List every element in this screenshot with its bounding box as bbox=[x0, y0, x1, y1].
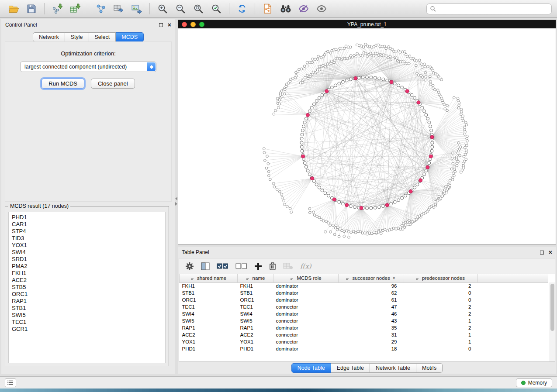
cell-successor-nodes[interactable]: 29 bbox=[339, 338, 403, 345]
cell-empty[interactable] bbox=[477, 331, 548, 338]
mcds-result-item[interactable]: FKH1 bbox=[12, 270, 165, 277]
cell-shared-name[interactable]: FKH1 bbox=[180, 282, 238, 289]
mcds-result-item[interactable]: STB1 bbox=[12, 305, 165, 312]
column-header-successor-nodes[interactable]: successor nodes▼ bbox=[339, 274, 403, 282]
run-mcds-button[interactable]: Run MCDS bbox=[42, 79, 84, 89]
table-row[interactable]: ORC1ORC1dominator610 bbox=[180, 296, 548, 303]
import-network-icon[interactable] bbox=[49, 1, 66, 16]
cell-empty[interactable] bbox=[477, 296, 548, 303]
zoom-selected-icon[interactable] bbox=[208, 1, 225, 16]
cell-shared-name[interactable]: SWI4 bbox=[180, 310, 238, 317]
export-table-icon[interactable] bbox=[111, 1, 127, 16]
cell-predecessor-nodes[interactable]: 1 bbox=[403, 338, 477, 345]
mcds-result-item[interactable]: ACE2 bbox=[12, 277, 165, 284]
cell-empty[interactable] bbox=[477, 338, 548, 345]
cell-mcds-role[interactable]: connector bbox=[273, 338, 339, 345]
column-header-name[interactable]: name bbox=[238, 274, 273, 282]
cell-predecessor-nodes[interactable]: 0 bbox=[403, 345, 477, 352]
delete-column-icon[interactable] bbox=[269, 262, 276, 271]
mcds-result-item[interactable]: PHD1 bbox=[12, 214, 165, 221]
cell-mcds-role[interactable]: dominator bbox=[273, 310, 339, 317]
close-window-icon[interactable] bbox=[182, 22, 187, 27]
zoom-out-icon[interactable] bbox=[172, 1, 189, 16]
column-header-predecessor-nodes[interactable]: predecessor nodes bbox=[403, 274, 477, 282]
cell-shared-name[interactable]: ACE2 bbox=[180, 331, 238, 338]
cell-shared-name[interactable]: STB1 bbox=[180, 289, 238, 296]
cell-successor-nodes[interactable]: 96 bbox=[339, 282, 403, 289]
float-panel-icon[interactable] bbox=[159, 23, 163, 27]
cell-name[interactable]: PHD1 bbox=[238, 345, 273, 352]
mcds-result-item[interactable]: YOX1 bbox=[12, 242, 165, 249]
tab-motifs[interactable]: Motifs bbox=[416, 363, 443, 373]
cell-shared-name[interactable]: ORC1 bbox=[180, 296, 238, 303]
show-graphics-icon[interactable] bbox=[313, 1, 330, 16]
close-table-panel-icon[interactable]: × bbox=[549, 250, 552, 254]
cell-predecessor-nodes[interactable]: 2 bbox=[403, 303, 477, 310]
table-row[interactable]: YOX1YOX1connector291 bbox=[180, 338, 548, 345]
close-panel-button[interactable]: Close panel bbox=[91, 79, 135, 89]
search-network-icon[interactable] bbox=[277, 1, 294, 16]
cell-successor-nodes[interactable]: 46 bbox=[339, 310, 403, 317]
cell-empty[interactable] bbox=[477, 317, 548, 324]
table-row[interactable]: PHD1PHD1dominator180 bbox=[180, 345, 548, 352]
criterion-select[interactable]: largest connected component (undirected) bbox=[20, 62, 156, 72]
refresh-icon[interactable] bbox=[234, 1, 250, 16]
network-canvas[interactable] bbox=[178, 28, 556, 244]
cell-shared-name[interactable]: RAP1 bbox=[180, 324, 238, 331]
cell-successor-nodes[interactable]: 43 bbox=[339, 317, 403, 324]
cell-successor-nodes[interactable]: 35 bbox=[339, 324, 403, 331]
table-scrollbar[interactable] bbox=[550, 282, 555, 361]
cell-empty[interactable] bbox=[477, 324, 548, 331]
show-columns-icon[interactable] bbox=[201, 262, 210, 270]
hide-graphics-icon[interactable] bbox=[295, 1, 312, 16]
cell-name[interactable]: RAP1 bbox=[238, 324, 273, 331]
cell-empty[interactable] bbox=[477, 303, 548, 310]
mcds-result-item[interactable]: SWI4 bbox=[12, 249, 165, 256]
tab-node-table[interactable]: Node Table bbox=[291, 363, 331, 373]
column-header-shared-name[interactable]: shared name bbox=[180, 274, 238, 282]
mcds-result-item[interactable]: PMA2 bbox=[12, 263, 165, 270]
cell-predecessor-nodes[interactable]: 1 bbox=[403, 317, 477, 324]
cell-name[interactable]: SWI5 bbox=[238, 317, 273, 324]
tab-edge-table[interactable]: Edge Table bbox=[331, 363, 370, 373]
import-table-icon[interactable] bbox=[67, 1, 83, 16]
cell-mcds-role[interactable]: dominator bbox=[273, 324, 339, 331]
mcds-result-item[interactable]: SWI5 bbox=[12, 312, 165, 319]
cell-predecessor-nodes[interactable]: 2 bbox=[403, 324, 477, 331]
table-row[interactable]: ACE2ACE2connector311 bbox=[180, 331, 548, 338]
close-panel-icon[interactable]: × bbox=[168, 23, 171, 27]
share-document-icon[interactable] bbox=[259, 1, 276, 16]
column-header-mcds-role[interactable]: MCDS role bbox=[273, 274, 339, 282]
cell-shared-name[interactable]: TEC1 bbox=[180, 303, 238, 310]
table-row[interactable]: SWI4SWI4dominator462 bbox=[180, 310, 548, 317]
mcds-result-item[interactable]: CAR1 bbox=[12, 221, 165, 228]
open-file-icon[interactable] bbox=[5, 1, 22, 16]
mcds-result-item[interactable]: GCR1 bbox=[12, 326, 165, 333]
cell-empty[interactable] bbox=[477, 345, 548, 352]
mcds-result-item[interactable]: STB5 bbox=[12, 284, 165, 291]
table-row[interactable]: RAP1RAP1dominator352 bbox=[180, 324, 548, 331]
cell-mcds-role[interactable]: dominator bbox=[273, 345, 339, 352]
table-row[interactable]: FKH1FKH1dominator962 bbox=[180, 282, 548, 289]
cell-empty[interactable] bbox=[477, 289, 548, 296]
cell-name[interactable]: SWI4 bbox=[238, 310, 273, 317]
table-row[interactable]: STB1STB1dominator620 bbox=[180, 289, 548, 296]
cell-mcds-role[interactable]: dominator bbox=[273, 296, 339, 303]
cell-mcds-role[interactable]: dominator bbox=[273, 282, 339, 289]
cell-empty[interactable] bbox=[477, 310, 548, 317]
cell-name[interactable]: STB1 bbox=[238, 289, 273, 296]
add-column-icon[interactable] bbox=[254, 262, 262, 270]
new-network-icon[interactable] bbox=[93, 1, 109, 16]
cell-successor-nodes[interactable]: 18 bbox=[339, 345, 403, 352]
mcds-result-list[interactable]: PHD1CAR1STP4TID3YOX1SWI4SRD1PMA2FKH1ACE2… bbox=[8, 212, 166, 363]
cell-successor-nodes[interactable]: 61 bbox=[339, 296, 403, 303]
cell-shared-name[interactable]: YOX1 bbox=[180, 338, 238, 345]
cell-predecessor-nodes[interactable]: 2 bbox=[403, 310, 477, 317]
mcds-result-item[interactable]: ORC1 bbox=[12, 291, 165, 298]
table-settings-gear-icon[interactable] bbox=[185, 262, 194, 271]
mcds-result-item[interactable]: RAP1 bbox=[12, 298, 165, 305]
cell-mcds-role[interactable]: dominator bbox=[273, 289, 339, 296]
cell-predecessor-nodes[interactable]: 2 bbox=[403, 282, 477, 289]
cell-name[interactable]: TEC1 bbox=[238, 303, 273, 310]
cell-shared-name[interactable]: PHD1 bbox=[180, 345, 238, 352]
